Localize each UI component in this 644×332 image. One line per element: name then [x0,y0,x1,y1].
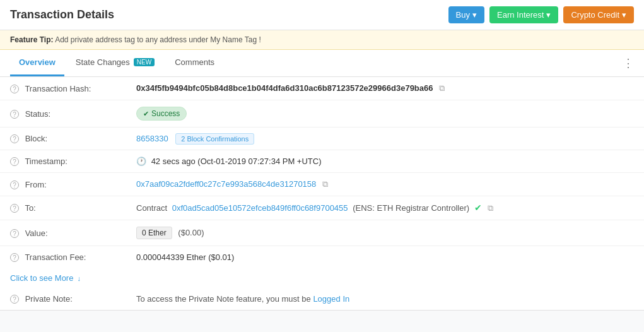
help-icon-block[interactable]: ? [10,134,19,143]
help-icon-timestamp[interactable]: ? [10,157,19,166]
tabs-bar: Overview State Changes NEW Comments ⋮ [0,50,644,77]
value-transaction-fee: 0.000044339 Ether ($0.01) [126,246,644,269]
feature-tip-bar: Feature Tip: Add private address tag to … [0,30,644,50]
copy-to-icon[interactable]: ⧉ [488,203,493,213]
label-status: ? Status: [0,100,126,127]
help-icon-note[interactable]: ? [10,295,19,304]
from-address-link[interactable]: 0x7aaf09ca2fdeff0c27c7e993a568c4de312701… [136,179,319,189]
tab-more-menu[interactable]: ⋮ [623,56,634,70]
earn-interest-button[interactable]: Earn Interest ▾ [489,6,558,23]
value-private-note: To access the Private Note feature, you … [126,288,644,310]
row-value: ? Value: 0 Ether ($0.00) [0,220,644,246]
value-status: Success [126,100,644,127]
down-arrow-icon: ↓ [77,275,81,282]
click-more-label: Click to see More [10,273,73,283]
header-buttons: Buy ▾ Earn Interest ▾ Crypto Credit ▾ [448,6,634,23]
row-transaction-fee: ? Transaction Fee: 0.000044339 Ether ($0… [0,246,644,269]
status-badge: Success [136,107,187,121]
row-to: ? To: Contract 0xf0ad5cad05e10572efceb84… [0,196,644,220]
label-timestamp: ? Timestamp: [0,150,126,173]
earn-label: Earn Interest [497,10,544,20]
row-status: ? Status: Success [0,100,644,127]
label-to: ? To: [0,196,126,220]
buy-chevron: ▾ [472,10,477,20]
help-icon-status[interactable]: ? [10,110,19,119]
label-from: ? From: [0,173,126,196]
row-block: ? Block: 8658330 2 Block Confirmations [0,127,644,150]
value-block: 8658330 2 Block Confirmations [126,127,644,150]
row-from: ? From: 0x7aaf09ca2fdeff0c27c7e993a568c4… [0,173,644,196]
label-transaction-hash: ? Transaction Hash: [0,77,126,100]
to-contract-link[interactable]: 0xf0ad5cad05e10572efceb849f6ff0c68f97004… [172,203,350,213]
row-transaction-hash: ? Transaction Hash: 0x34f5fb9494bfc05b84… [0,77,644,100]
help-icon-fee[interactable]: ? [10,253,19,262]
detail-table: ? Transaction Hash: 0x34f5fb9494bfc05b84… [0,77,644,268]
label-transaction-fee: ? Transaction Fee: [0,246,126,269]
row-timestamp: ? Timestamp: 🕐 42 secs ago (Oct-01-2019 … [0,150,644,173]
value-to: Contract 0xf0ad5cad05e10572efceb849f6ff0… [126,196,644,220]
copy-from-icon[interactable]: ⧉ [322,179,328,189]
help-icon-from[interactable]: ? [10,181,19,189]
main-card: Overview State Changes NEW Comments ⋮ ? … [0,50,644,311]
value-from: 0x7aaf09ca2fdeff0c27c7e993a568c4de312701… [126,173,644,196]
help-icon-value[interactable]: ? [10,229,19,238]
value-transaction-hash: 0x34f5fb9494bfc05b84d8bce1b04f4dfa6d310a… [126,77,644,100]
page-title: Transaction Details [10,8,114,21]
feature-tip-text: Add private address tag to any address u… [55,35,261,44]
tab-state-changes-label: State Changes [76,57,130,67]
block-confirmations: 2 Block Confirmations [175,133,254,145]
block-number-link[interactable]: 8658330 [136,134,170,143]
private-note-text: To access the Private Note feature, you … [136,294,311,304]
row-private-note: ? Private Note: To access the Private No… [0,288,644,310]
ether-badge: 0 Ether [136,227,172,239]
tab-state-changes[interactable]: State Changes NEW [67,50,163,76]
feature-tip-prefix: Feature Tip: [10,35,53,44]
contract-name: (ENS: ETH Registrar Controller) [353,203,469,213]
tab-overview[interactable]: Overview [10,50,64,76]
label-private-note: ? Private Note: [0,288,126,310]
copy-hash-icon[interactable]: ⧉ [439,83,445,93]
hash-value: 0x34f5fb9494bfc05b84d8bce1b04f4dfa6d310a… [136,83,433,93]
verified-icon: ✔ [474,203,482,213]
value-ether: 0 Ether ($0.00) [126,220,644,246]
state-changes-badge: NEW [134,58,155,66]
tab-comments[interactable]: Comments [166,50,223,76]
value-timestamp: 🕐 42 secs ago (Oct-01-2019 07:27:34 PM +… [126,150,644,173]
value-usd: ($0.00) [178,228,204,237]
tab-comments-label: Comments [175,57,214,67]
buy-button[interactable]: Buy ▾ [448,6,484,23]
tab-overview-label: Overview [19,57,56,67]
help-icon-hash[interactable]: ? [10,85,19,93]
crypto-credit-button[interactable]: Crypto Credit ▾ [563,6,634,23]
label-value: ? Value: [0,220,126,246]
contract-prefix: Contract [136,203,167,213]
top-bar: Transaction Details Buy ▾ Earn Interest … [0,0,644,30]
label-block: ? Block: [0,127,126,150]
click-more-button[interactable]: Click to see More ↓ [0,268,644,288]
help-icon-to[interactable]: ? [10,204,19,213]
clock-icon: 🕐 [136,157,146,166]
buy-label: Buy [456,10,470,20]
credit-chevron: ▾ [622,10,626,20]
login-link[interactable]: Logged In [313,294,349,304]
private-note-table: ? Private Note: To access the Private No… [0,288,644,310]
earn-chevron: ▾ [546,10,551,20]
credit-label: Crypto Credit [571,10,619,20]
